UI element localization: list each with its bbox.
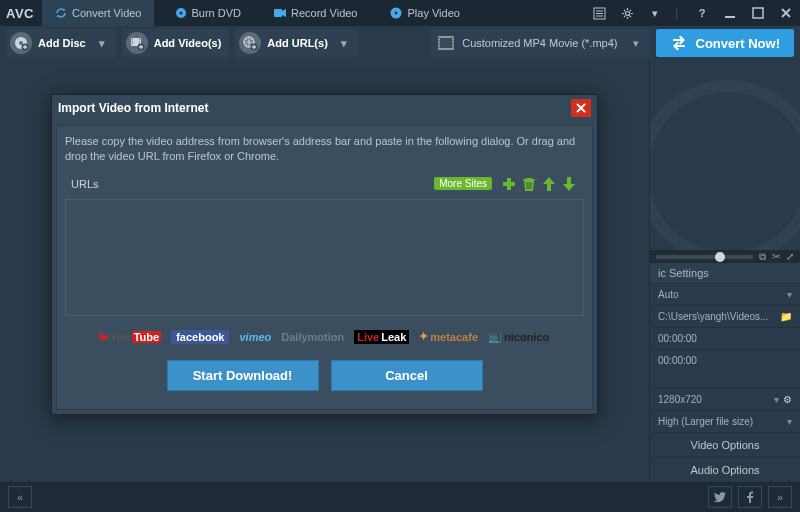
button-label: Add URL(s): [267, 37, 328, 49]
site-dailymotion: Dailymotion: [281, 331, 344, 343]
cut-icon[interactable]: ✂: [772, 251, 780, 262]
minimize-icon[interactable]: [722, 5, 738, 21]
site-youtube: ▶YouTube: [100, 330, 161, 343]
expand-right-button[interactable]: »: [768, 486, 792, 508]
tab-convert-video[interactable]: Convert Video: [42, 0, 154, 26]
playback-bar: ⧉ ✂ ⤢: [650, 250, 800, 263]
svg-rect-28: [453, 40, 454, 42]
list-icon[interactable]: [591, 5, 607, 21]
setting-row-time: 00:00:00: [650, 327, 800, 349]
move-down-icon-button[interactable]: [560, 175, 578, 193]
app-logo: AVC: [6, 6, 34, 21]
svg-rect-7: [753, 8, 763, 18]
audio-options-button[interactable]: Audio Options: [650, 457, 800, 482]
film-icon: [438, 36, 454, 50]
gear-icon[interactable]: [619, 5, 635, 21]
setting-row-time: 00:00:00: [650, 349, 800, 371]
add-url-icon-button[interactable]: [500, 175, 518, 193]
twitter-icon[interactable]: [708, 486, 732, 508]
start-download-button[interactable]: Start Download!: [167, 360, 319, 391]
dialog-title: Import Video from Internet: [58, 101, 208, 115]
facebook-icon[interactable]: [738, 486, 762, 508]
disc-icon: [174, 6, 188, 20]
tab-label: Burn DVD: [192, 7, 242, 19]
format-label: Customized MP4 Movie (*.mp4): [462, 37, 617, 49]
supported-sites: ▶YouTube facebook vimeo Dailymotion Live…: [65, 320, 584, 356]
video-options-button[interactable]: Video Options: [650, 432, 800, 457]
tab-burn-dvd[interactable]: Burn DVD: [162, 0, 254, 26]
play-icon: [389, 6, 403, 20]
site-facebook: facebook: [171, 330, 229, 344]
tab-label: Record Video: [291, 7, 357, 19]
dialog-message: Please copy the video address from brows…: [65, 134, 584, 165]
collapse-left-button[interactable]: «: [8, 486, 32, 508]
output-format-select[interactable]: Customized MP4 Movie (*.mp4) ▾: [430, 29, 649, 57]
more-sites-button[interactable]: More Sites: [434, 177, 492, 190]
svg-rect-30: [453, 46, 454, 48]
cancel-button[interactable]: Cancel: [331, 360, 483, 391]
expand-icon[interactable]: ⤢: [786, 251, 794, 262]
menu-icon[interactable]: ▾: [647, 5, 663, 21]
tab-record-video[interactable]: Record Video: [261, 0, 369, 26]
svg-rect-23: [439, 37, 440, 39]
refresh-icon: [54, 6, 68, 20]
site-niconico: 📺niconico: [488, 330, 549, 343]
svg-rect-29: [453, 43, 454, 45]
add-urls-button[interactable]: Add URL(s) ▾: [235, 29, 358, 57]
svg-rect-15: [139, 39, 140, 40]
move-up-icon-button[interactable]: [540, 175, 558, 193]
chevron-down-icon: ▾: [630, 37, 642, 50]
svg-point-1: [179, 12, 182, 15]
tab-play-video[interactable]: Play Video: [377, 0, 471, 26]
close-icon[interactable]: [778, 5, 794, 21]
setting-row-quality[interactable]: High (Larger file size)▾: [650, 410, 800, 432]
add-url-icon: [239, 32, 261, 54]
svg-rect-6: [725, 16, 735, 18]
svg-rect-24: [439, 40, 440, 42]
chevron-down-icon: ▾: [338, 37, 350, 50]
tab-label: Convert Video: [72, 7, 142, 19]
folder-icon[interactable]: 📁: [780, 311, 792, 322]
button-label: Convert Now!: [696, 36, 781, 51]
convert-now-button[interactable]: Convert Now!: [656, 29, 795, 57]
svg-rect-25: [439, 43, 440, 45]
preview-panel: [650, 60, 800, 250]
button-label: Add Disc: [38, 37, 86, 49]
urls-label: URLs: [71, 178, 99, 190]
svg-rect-2: [274, 9, 282, 17]
svg-rect-14: [132, 43, 133, 44]
svg-point-5: [625, 11, 629, 15]
add-disc-icon: [10, 32, 32, 54]
add-videos-button[interactable]: Add Video(s): [122, 29, 230, 57]
svg-rect-26: [439, 46, 440, 48]
setting-row-path[interactable]: C:\Users\yangh\Videos...📁: [650, 305, 800, 327]
svg-rect-27: [453, 37, 454, 39]
button-label: Add Video(s): [154, 37, 222, 49]
svg-rect-16: [139, 41, 140, 42]
setting-row-resolution[interactable]: 1280x720▾⚙: [650, 388, 800, 410]
dialog-close-button[interactable]: [571, 99, 591, 117]
gear-icon[interactable]: ⚙: [783, 394, 792, 405]
add-disc-button[interactable]: Add Disc ▾: [6, 29, 116, 57]
help-icon[interactable]: ?: [694, 5, 710, 21]
delete-url-icon-button[interactable]: [520, 175, 538, 193]
tab-label: Play Video: [407, 7, 459, 19]
maximize-icon[interactable]: [750, 5, 766, 21]
urls-textarea[interactable]: [65, 199, 584, 316]
svg-rect-12: [132, 39, 133, 40]
site-metacafe: ✦metacafe: [419, 330, 478, 343]
seek-slider[interactable]: [656, 255, 753, 259]
setting-row[interactable]: Auto▾: [650, 283, 800, 305]
copy-icon[interactable]: ⧉: [759, 251, 766, 263]
camera-icon: [273, 6, 287, 20]
svg-point-9: [19, 41, 23, 45]
add-video-icon: [126, 32, 148, 54]
svg-rect-13: [132, 41, 133, 42]
chevron-down-icon: ▾: [96, 37, 108, 50]
convert-icon: [670, 35, 688, 51]
import-video-dialog: Import Video from Internet Please copy t…: [51, 94, 598, 415]
site-vimeo: vimeo: [239, 331, 271, 343]
svg-rect-22: [440, 38, 452, 48]
site-liveleak: LiveLeak: [354, 330, 409, 344]
settings-header: ic Settings: [650, 263, 800, 283]
